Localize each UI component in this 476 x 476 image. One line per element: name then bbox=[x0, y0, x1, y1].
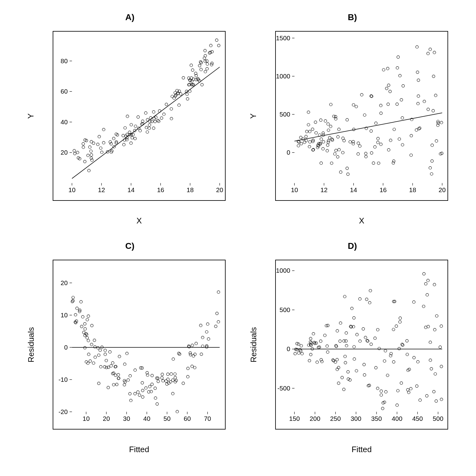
svg-point-17 bbox=[154, 120, 156, 123]
svg-point-346 bbox=[200, 353, 203, 356]
svg-point-114 bbox=[87, 169, 90, 172]
svg-point-273 bbox=[417, 79, 420, 82]
svg-point-617 bbox=[396, 389, 399, 392]
svg-point-267 bbox=[329, 103, 332, 106]
svg-text:50: 50 bbox=[164, 415, 171, 422]
svg-point-559 bbox=[440, 325, 443, 328]
svg-point-531 bbox=[426, 293, 429, 296]
svg-point-136 bbox=[112, 137, 115, 140]
svg-point-389 bbox=[174, 376, 177, 379]
svg-point-381 bbox=[157, 380, 160, 383]
svg-point-422 bbox=[112, 383, 115, 386]
svg-point-557 bbox=[337, 366, 340, 369]
svg-point-394 bbox=[205, 331, 208, 333]
svg-text:60: 60 bbox=[61, 88, 68, 95]
svg-point-583 bbox=[326, 345, 328, 347]
plot-area: 10203040506070-20-1001020 bbox=[53, 260, 226, 430]
svg-point-199 bbox=[387, 103, 390, 106]
svg-text:20: 20 bbox=[439, 186, 446, 193]
svg-point-219 bbox=[432, 109, 434, 112]
svg-point-295 bbox=[364, 155, 367, 158]
panel-C: C)Residuals10203040506070-20-1001020Fitt… bbox=[25, 241, 235, 457]
svg-point-408 bbox=[201, 336, 204, 339]
svg-point-220 bbox=[357, 152, 359, 155]
svg-point-233 bbox=[416, 102, 419, 105]
svg-point-336 bbox=[104, 353, 107, 356]
svg-point-490 bbox=[332, 359, 334, 361]
svg-point-614 bbox=[398, 347, 401, 350]
svg-text:500: 500 bbox=[280, 306, 290, 313]
svg-text:-10: -10 bbox=[59, 376, 68, 383]
svg-point-330 bbox=[99, 365, 102, 368]
svg-point-629 bbox=[298, 352, 300, 355]
svg-point-66 bbox=[98, 135, 101, 138]
svg-point-57 bbox=[134, 137, 136, 140]
svg-point-551 bbox=[383, 359, 386, 362]
svg-point-327 bbox=[166, 373, 169, 376]
svg-point-189 bbox=[326, 149, 328, 152]
svg-point-130 bbox=[162, 113, 165, 116]
svg-point-223 bbox=[430, 173, 433, 175]
svg-point-271 bbox=[387, 84, 390, 87]
svg-point-452 bbox=[71, 300, 74, 303]
svg-point-227 bbox=[431, 160, 434, 162]
svg-point-540 bbox=[409, 387, 412, 390]
svg-point-539 bbox=[376, 387, 379, 390]
x-axis-label: X bbox=[53, 216, 226, 226]
svg-point-414 bbox=[72, 299, 74, 302]
svg-text:12: 12 bbox=[98, 186, 105, 193]
svg-point-135 bbox=[190, 64, 193, 67]
svg-point-261 bbox=[397, 56, 399, 59]
panel-D: D)Residuals150200250300350400450500-5000… bbox=[247, 241, 457, 457]
svg-point-162 bbox=[355, 105, 358, 108]
svg-point-586 bbox=[406, 339, 408, 342]
svg-point-560 bbox=[374, 337, 377, 340]
svg-text:450: 450 bbox=[412, 415, 423, 422]
svg-point-287 bbox=[327, 123, 329, 126]
svg-point-182 bbox=[427, 52, 430, 55]
svg-point-359 bbox=[154, 397, 157, 399]
svg-point-351 bbox=[108, 350, 111, 353]
svg-point-96 bbox=[88, 146, 91, 148]
svg-point-175 bbox=[320, 138, 323, 140]
chart-grid: A)Y10121416182020406080XB)Y1012141618200… bbox=[0, 0, 476, 476]
svg-point-627 bbox=[336, 329, 339, 332]
svg-point-324 bbox=[130, 399, 132, 402]
svg-point-71 bbox=[126, 115, 129, 118]
svg-point-272 bbox=[327, 129, 330, 132]
svg-point-166 bbox=[360, 93, 363, 96]
svg-point-36 bbox=[208, 51, 211, 54]
svg-point-173 bbox=[305, 130, 308, 133]
svg-point-493 bbox=[424, 282, 427, 285]
svg-point-369 bbox=[151, 383, 153, 386]
svg-text:20: 20 bbox=[61, 279, 68, 286]
svg-point-407 bbox=[151, 374, 153, 377]
svg-point-51 bbox=[90, 157, 93, 160]
svg-point-214 bbox=[336, 156, 339, 158]
svg-text:10: 10 bbox=[61, 311, 68, 319]
svg-point-1 bbox=[201, 83, 203, 86]
svg-point-602 bbox=[319, 340, 322, 342]
svg-text:0: 0 bbox=[64, 344, 68, 351]
svg-point-63 bbox=[102, 141, 105, 144]
svg-point-433 bbox=[115, 383, 118, 386]
svg-point-364 bbox=[178, 353, 181, 355]
svg-point-254 bbox=[319, 142, 322, 145]
svg-point-442 bbox=[87, 339, 90, 342]
svg-point-409 bbox=[214, 325, 217, 328]
svg-point-569 bbox=[378, 347, 381, 350]
svg-point-398 bbox=[141, 381, 144, 384]
svg-point-335 bbox=[105, 359, 108, 362]
svg-point-290 bbox=[429, 48, 432, 51]
svg-point-125 bbox=[179, 93, 182, 95]
svg-point-378 bbox=[90, 343, 93, 346]
svg-point-234 bbox=[380, 143, 382, 146]
svg-point-244 bbox=[322, 134, 325, 136]
svg-point-13 bbox=[102, 128, 105, 131]
svg-point-606 bbox=[309, 343, 312, 346]
panel-title: D) bbox=[247, 241, 457, 251]
svg-point-252 bbox=[305, 139, 308, 142]
svg-point-266 bbox=[387, 148, 390, 151]
svg-point-360 bbox=[111, 362, 114, 364]
svg-point-430 bbox=[137, 391, 139, 394]
